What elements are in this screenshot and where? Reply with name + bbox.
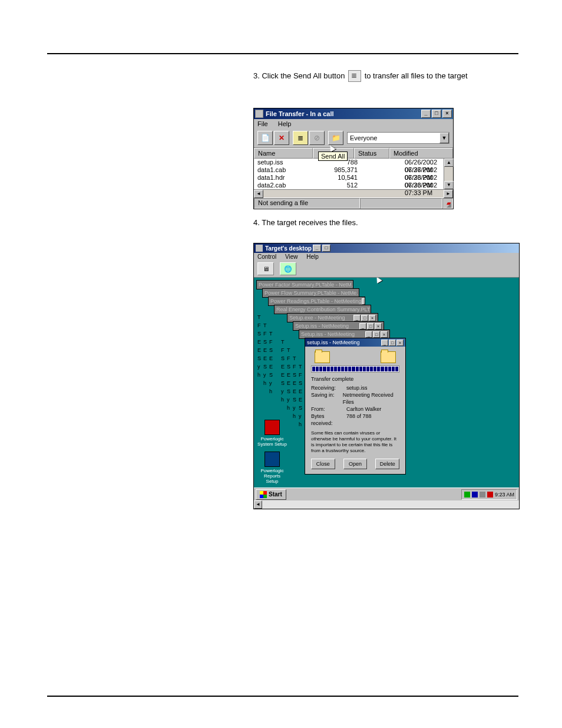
maximize-button[interactable]: □ <box>432 110 441 118</box>
file-transfer-window: File Transfer - In a call _ □ × File Hel… <box>253 108 454 209</box>
desktop-share-window: Target's desktop _ □ Control View Help 🖥… <box>253 243 520 509</box>
minimize-button[interactable]: _ <box>421 110 431 118</box>
cascade-edge-letters: TFSEESyh <box>293 354 296 420</box>
file-list-header: Name Status Modified <box>254 147 453 159</box>
desktop-icon-system-setup[interactable]: Powerlogic System Setup <box>257 420 287 447</box>
top-rule <box>47 53 518 54</box>
stop-button[interactable]: ⊘ <box>309 131 325 145</box>
scroll-down-icon[interactable]: ▼ <box>444 181 454 189</box>
desktop-share-toolbar: 🖥 🌐 <box>254 261 519 278</box>
instruction-step-3: 3. Click the Send All button to transfer… <box>253 71 468 83</box>
minimize-button[interactable]: _ <box>381 340 388 346</box>
desktop-icons: Powerlogic System Setup Powerlogic Repor… <box>257 420 287 484</box>
transfer-warning: Some files can contain viruses or otherw… <box>311 430 399 454</box>
desktop-share-app-icon <box>256 245 263 252</box>
folder-dest-icon <box>381 351 396 363</box>
cascade-edge-letters: TFSEESyh <box>281 338 285 404</box>
tray-icon[interactable] <box>464 492 470 498</box>
transfer-dialog-body: Transfer complete Receiving:setup.iss Sa… <box>305 347 405 474</box>
windows-flag-icon <box>260 491 267 498</box>
table-row[interactable]: data1.cab 985,371 06/26/2002 07:33 PM <box>254 166 444 174</box>
file-transfer-app-icon <box>255 110 263 118</box>
close-button[interactable]: × <box>396 340 404 346</box>
instruction-text-prefix: 3. Click the Send All button <box>253 71 345 80</box>
file-transfer-menubar: File Help <box>254 119 453 129</box>
status-text: Not sending a file <box>254 198 360 209</box>
remote-taskbar: Start 9:23 AM <box>254 487 519 500</box>
file-transfer-toolbar: 📄 ✕ ≣ ⊘ 📁 Everyone ▼ <box>254 129 453 147</box>
combo-arrow-icon[interactable]: ▼ <box>439 133 449 143</box>
menu-control[interactable]: Control <box>257 253 276 260</box>
desktop-share-title: Target's desktop <box>265 245 312 252</box>
menu-view[interactable]: View <box>285 253 298 260</box>
instruction-text-suffix: to transfer all files to the target <box>365 71 468 80</box>
desktop-icon-reports-setup[interactable]: Powerlogic Reports Setup <box>257 452 287 484</box>
folder-source-icon <box>315 351 330 363</box>
file-transfer-statusbar: Not sending a file ▰ <box>254 197 453 209</box>
menu-file[interactable]: File <box>257 120 268 127</box>
col-modified[interactable]: Modified <box>389 148 453 159</box>
status-grip-icon: ▰ <box>442 198 453 209</box>
cursor-icon <box>374 278 382 284</box>
col-status[interactable]: Status <box>354 148 389 159</box>
maximize-button[interactable]: □ <box>389 340 396 346</box>
tray-icon[interactable] <box>472 492 478 498</box>
instruction-step-4: 4. The target receives the files. <box>253 218 358 227</box>
menu-help[interactable]: Help <box>306 253 319 260</box>
recipient-combo[interactable]: Everyone ▼ <box>347 132 449 144</box>
send-all-button[interactable]: ≣ <box>293 131 308 145</box>
system-tray: 9:23 AM <box>461 489 517 500</box>
close-button[interactable]: Close <box>311 459 335 469</box>
bottom-rule <box>47 696 518 697</box>
transfer-dialog[interactable]: setup.iss - NetMeeting _ □ × <box>305 338 406 475</box>
scroll-left-icon[interactable]: ◄ <box>254 500 262 509</box>
file-transfer-titlebar: File Transfer - In a call _ □ × <box>254 108 453 119</box>
minimize-button[interactable]: _ <box>313 245 321 252</box>
close-button[interactable]: × <box>442 110 452 118</box>
desktop-icon-glyph <box>265 420 280 435</box>
transfer-dialog-title: setup.iss - NetMeeting <box>307 340 360 345</box>
start-button[interactable]: Start <box>256 489 286 500</box>
vertical-scrollbar[interactable]: ▲ ▼ <box>444 159 453 189</box>
desktop-icon-glyph <box>265 452 280 467</box>
tray-clock: 9:23 AM <box>495 492 514 498</box>
cascade-edge-letters: TFSEESyh <box>299 363 302 429</box>
file-list: setup.iss 788 06/26/2002 07:37 PM data1.… <box>254 159 444 189</box>
cascade-edge-letters: TFSEESyh <box>263 321 267 387</box>
table-row[interactable]: data1.hdr 10,541 06/26/2002 07:33 PM <box>254 174 444 182</box>
scroll-up-icon[interactable]: ▲ <box>444 159 454 167</box>
cascade-edge-letters: TFSEESyh <box>287 346 290 412</box>
desktop-share-menubar: Control View Help <box>254 253 519 261</box>
desk-tool-2[interactable]: 🌐 <box>280 262 296 275</box>
cascade-edge-letters: TFSEESyh <box>257 313 261 379</box>
scroll-left-icon[interactable]: ◄ <box>254 190 263 198</box>
recipient-value: Everyone <box>350 134 377 141</box>
transfer-complete-label: Transfer complete <box>311 376 399 382</box>
open-folder-button[interactable]: 📁 <box>328 131 343 145</box>
outer-horizontal-scrollbar[interactable]: ◄ <box>254 500 519 509</box>
status-pane-2 <box>360 198 442 209</box>
remote-desktop-area: Power Factor Summary.PLTable - NetM…_□× … <box>254 278 519 487</box>
tray-icon[interactable] <box>487 492 493 498</box>
menu-help[interactable]: Help <box>278 120 292 127</box>
tray-icon[interactable] <box>480 492 485 498</box>
send-all-icon <box>348 70 361 82</box>
add-file-button[interactable]: 📄 <box>257 131 273 145</box>
send-all-tooltip: Send All <box>318 151 348 161</box>
desk-tool-1[interactable]: 🖥 <box>257 262 274 275</box>
maximize-button[interactable]: □ <box>322 245 330 252</box>
horizontal-scrollbar[interactable]: ◄ ► <box>254 189 453 197</box>
cascade-edge-letters: TFSEESyh <box>269 330 273 396</box>
remove-file-button[interactable]: ✕ <box>274 131 289 145</box>
transfer-progress <box>311 365 399 373</box>
table-row[interactable]: setup.iss 788 06/26/2002 07:37 PM <box>254 159 444 166</box>
open-button[interactable]: Open <box>343 459 368 469</box>
desktop-share-titlebar: Target's desktop _ □ <box>254 243 519 253</box>
col-name[interactable]: Name <box>254 148 313 159</box>
table-row[interactable]: data2.cab 512 06/26/2002 07:33 PM <box>254 182 444 189</box>
scroll-right-icon[interactable]: ► <box>444 190 453 198</box>
delete-button[interactable]: Delete <box>375 459 399 469</box>
file-transfer-title: File Transfer - In a call <box>266 110 334 117</box>
